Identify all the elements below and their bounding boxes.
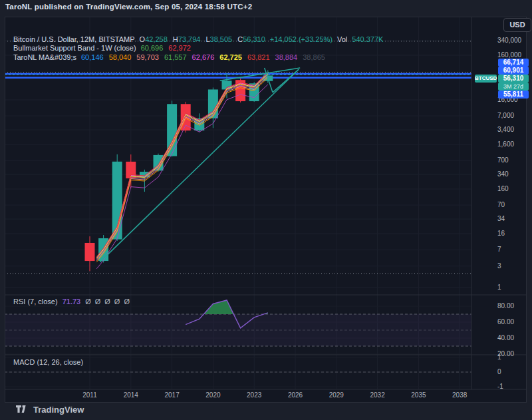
ohlc-letter: C [237,35,243,43]
macd-tick: -1 [497,383,503,391]
price-label-3M-27d[interactable]: 3M 27d [498,83,529,91]
rsi-tick: 80.00 [497,302,514,310]
rsi-hidden-values: ØØØØØ [85,298,130,306]
rsi-extra-2: Ø [104,298,110,306]
rsi-extra-4: Ø [124,298,130,306]
macd-title: MACD (12, 26, close) [13,358,83,366]
candle-2011[interactable] [85,243,95,261]
price-tick: 1 [497,284,501,292]
ohlc-values: O42,258H73,794L38,505C56,310 [140,35,265,43]
macd-tick: 1 [497,353,501,361]
band-title: Bullmarket Support Band - 1W (close) [13,44,136,52]
price-label-56-310[interactable]: 56,310 [498,75,529,83]
macd-legend-row[interactable]: MACD (12, 26, close) [13,358,83,366]
price-tick: 70 [497,201,505,209]
ma-value-3: 61,557 [164,53,187,61]
year-tick-2014: 2014 [120,391,142,399]
volume-value: 540.377K [352,35,383,43]
ohlc-number: 73,794 [178,35,201,43]
ma-value-7: 38,884 [275,53,298,61]
ohlc-number: 56,310 [243,35,265,43]
change-value: +14,052 (+33.25%) [270,35,332,43]
ma-value-0: 60,146 [81,53,104,61]
band-values: 60,69662,972 [141,44,191,52]
footer-brand[interactable]: TradingView [16,405,84,415]
price-tick: 160 [497,185,509,193]
chart-canvas[interactable] [5,17,527,403]
year-tick-2017: 2017 [161,391,184,399]
mas-values: 60,14658,04059,70361,55762,67662,72563,8… [81,53,325,61]
band-legend-row[interactable]: Bullmarket Support Band - 1W (close) 60,… [13,44,383,53]
ohlc-letter: O [140,35,146,43]
ma-value-2: 59,703 [136,53,159,61]
ma-value-5: 62,725 [219,53,242,61]
rsi-legend-row[interactable]: RSI (7, close) 71.73 ØØØØØ [13,298,130,306]
rsi-extra-1: Ø [95,298,101,306]
year-tick-2020: 2020 [201,391,224,399]
year-tick-2038: 2038 [448,391,471,399]
year-tick-2035: 2035 [407,391,430,399]
ohlc-letter: H [173,35,178,43]
price-label-66-714[interactable]: 66,714 [498,59,529,67]
ohlc-C: C56,310 [237,35,265,43]
price-tick: 16 [497,230,505,238]
symbol-price-label[interactable]: BTCUSD [475,75,497,83]
rsi-tick: 60.00 [497,318,514,326]
rsi-title: RSI (7, close) [13,298,58,306]
year-tick-2023: 2023 [243,391,265,399]
volume-label: Vol [337,35,347,43]
price-tick: 340,000 [497,37,521,45]
legend-panel: Bitcoin / U.S. Dollar, 12M, BITSTAMP O42… [13,35,383,62]
mas-title: TaroNL MA&#039;s [13,53,76,61]
price-label-60-901[interactable]: 60,901 [498,67,529,75]
ohlc-O: O42,258 [140,35,168,43]
ma-value-1: 58,040 [109,53,132,61]
band-value-0: 60,696 [141,44,164,52]
ohlc-H: H73,794 [173,35,201,43]
tradingview-logo-icon [16,405,29,414]
year-tick-2029: 2029 [325,391,348,399]
price-tick: 7 [497,246,501,254]
price-tick: 1,600 [497,140,514,148]
rsi-tick: 40.00 [497,334,514,342]
currency-toggle-button[interactable]: USD [503,18,531,32]
band-value-1: 62,972 [168,44,191,52]
symbol-title: Bitcoin / U.S. Dollar, 12M, BITSTAMP [13,35,135,43]
price-tick: 34 [497,215,505,223]
rsi-value: 71.73 [63,298,81,306]
price-tick: 3,400 [497,126,514,134]
brand-text: TradingView [33,405,84,415]
macd-tick: 0 [497,368,501,376]
chart-frame: Bitcoin / U.S. Dollar, 12M, BITSTAMP O42… [5,17,527,403]
ma-value-8: 38,865 [303,53,325,61]
price-label-55-811[interactable]: 55,811 [498,91,529,99]
tradingview-snapshot: TaroNL published on TradingView.com, Sep… [0,0,532,420]
ohlc-number: 38,505 [210,35,233,43]
ma-value-4: 62,676 [192,53,215,61]
year-tick-2011: 2011 [78,391,101,399]
mas-legend-row[interactable]: TaroNL MA&#039;s 60,14658,04059,70361,55… [13,53,383,62]
rsi-extra-0: Ø [85,298,91,306]
ohlc-number: 42,258 [145,35,168,43]
price-tick: 340 [497,170,509,178]
ohlc-L: L38,505 [205,35,232,43]
price-tick: 700 [497,156,509,164]
price-tick: 3 [497,262,501,270]
year-tick-2032: 2032 [366,391,389,399]
rsi-extra-3: Ø [114,298,120,306]
price-tick: 7,000 [497,112,514,120]
ma-value-6: 63,821 [247,53,270,61]
year-tick-2026: 2026 [284,391,307,399]
publish-note: TaroNL published on TradingView.com, Sep… [5,3,252,11]
symbol-legend-row[interactable]: Bitcoin / U.S. Dollar, 12M, BITSTAMP O42… [13,35,383,44]
